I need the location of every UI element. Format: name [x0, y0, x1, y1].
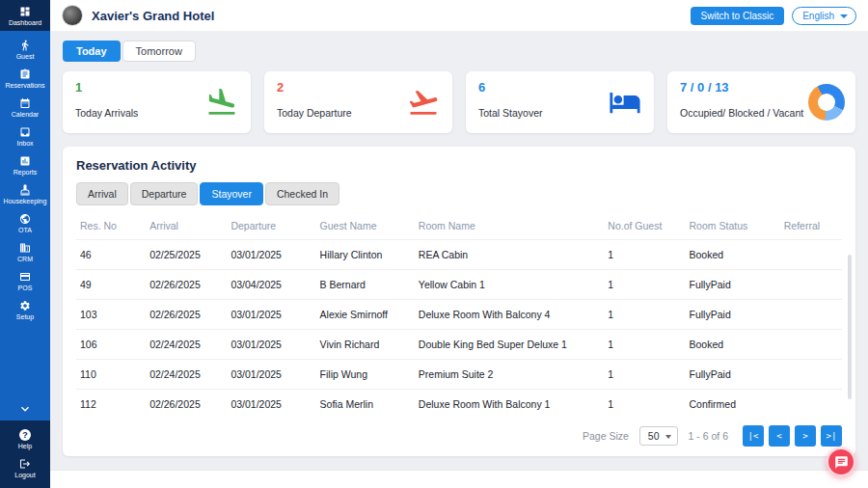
page-size-label: Page Size [583, 430, 629, 442]
logout-icon [19, 458, 31, 470]
switch-to-classic-button[interactable]: Switch to Classic [691, 7, 785, 25]
sidebar-item-dashboard[interactable]: Dashboard [0, 0, 50, 31]
table-row: 46 02/25/2025 03/01/2025 Hillary Clinton… [76, 240, 842, 270]
sidebar-item-logout[interactable]: Logout [0, 453, 50, 482]
help-icon: ? [19, 429, 31, 441]
top-header: Xavier's Grand Hotel Switch to Classic E… [50, 0, 868, 32]
sidebar-item-guest[interactable]: Guest [0, 35, 50, 64]
col-arrival: Arrival [146, 213, 227, 240]
calendar-icon [19, 97, 31, 109]
col-referral: Referral [780, 213, 842, 240]
cell-departure: 03/04/2025 [227, 270, 315, 300]
cell-res-no: 49 [76, 270, 146, 300]
cell-arrival: 02/24/2025 [146, 360, 227, 390]
cell-room-status: FullyPaid [686, 270, 780, 300]
table-header-row: Res. No Arrival Departure Guest Name Roo… [76, 213, 842, 240]
page-size-value: 50 [648, 430, 660, 442]
sidebar: Dashboard Guest Reservations Calendar In… [0, 0, 50, 488]
ota-icon [19, 213, 31, 225]
next-page-button[interactable]: > [795, 425, 816, 447]
tab-arrival[interactable]: Arrival [76, 182, 128, 205]
sidebar-item-reservations[interactable]: Reservations [0, 64, 50, 93]
tab-stayover[interactable]: Stayover [200, 182, 262, 205]
sidebar-item-label: OTA [18, 227, 32, 233]
cell-room-name: Premium Suite 2 [415, 360, 604, 390]
cell-guest-name: Hillary Clinton [316, 240, 415, 270]
bed-icon [609, 86, 641, 119]
cell-guest-name: Vivin Richard [316, 330, 415, 360]
hotel-logo [62, 5, 83, 26]
stat-card-occupancy: 7 / 0 / 13 Occupied/ Blocked / Vacant [667, 71, 855, 133]
cell-departure: 03/01/2025 [227, 240, 315, 270]
cell-arrival: 02/26/2025 [146, 300, 227, 330]
cell-room-status: Confirmed [686, 390, 780, 420]
table-scrollbar[interactable] [848, 255, 852, 399]
cell-room-status: FullyPaid [686, 300, 780, 330]
sidebar-collapse-button[interactable] [0, 397, 50, 420]
sidebar-item-inbox[interactable]: Inbox [0, 122, 50, 150]
page-size-select[interactable]: 50 [639, 426, 678, 446]
cell-guest-name: B Bernard [316, 270, 415, 300]
chat-fab-button[interactable] [827, 447, 855, 476]
chat-icon [834, 455, 849, 470]
sidebar-nav: Guest Reservations Calendar Inbox Report… [0, 35, 50, 324]
cell-guest-name: Sofia Merlin [316, 390, 415, 420]
sidebar-item-label: Help [18, 443, 32, 449]
sidebar-item-label: Guest [16, 53, 35, 60]
cell-guest-name: Filip Wung [316, 360, 415, 390]
sidebar-item-label: CRM [17, 256, 33, 262]
col-res-no: Res. No [76, 213, 146, 240]
sidebar-item-label: Reservations [6, 82, 45, 89]
tab-checked-in[interactable]: Checked In [265, 182, 339, 205]
table-row: 112 02/26/2025 03/01/2025 Sofia Merlin D… [76, 390, 842, 420]
first-page-button[interactable]: |< [743, 425, 764, 447]
cell-departure: 03/01/2025 [227, 300, 315, 330]
stat-card-stayover: 6 Total Stayover [466, 71, 654, 133]
sidebar-item-housekeeping[interactable]: Housekeeping [0, 179, 50, 208]
tab-tomorrow[interactable]: Tomorrow [122, 41, 196, 62]
col-room-name: Room Name [415, 213, 604, 240]
sidebar-item-setup[interactable]: Setup [0, 295, 50, 324]
sidebar-item-label: Calendar [12, 111, 39, 118]
panel-title: Reservation Activity [76, 158, 842, 173]
cell-room-name: Yellow Cabin 1 [415, 270, 604, 300]
cell-arrival: 02/26/2025 [146, 270, 227, 300]
cell-referral [780, 270, 842, 300]
language-select[interactable]: English [792, 7, 856, 25]
sidebar-footer: ? Help Logout [0, 420, 50, 488]
tab-today[interactable]: Today [63, 41, 121, 62]
cell-room-name: Deluxe Room With Balcony 1 [415, 390, 604, 420]
cell-no-of-guest: 1 [604, 240, 685, 270]
table-row: 110 02/24/2025 03/01/2025 Filip Wung Pre… [76, 360, 842, 390]
cell-departure: 03/01/2025 [227, 390, 315, 420]
sidebar-item-label: Setup [16, 313, 34, 320]
last-page-button[interactable]: >| [821, 425, 842, 447]
flight-takeoff-icon [407, 86, 440, 119]
cell-res-no: 110 [76, 360, 146, 390]
cell-arrival: 02/24/2025 [146, 330, 227, 360]
pagination-range: 1 - 6 of 6 [689, 430, 728, 442]
sidebar-spacer [0, 324, 50, 397]
footer-strip [50, 470, 868, 488]
table-row: 103 02/26/2025 03/01/2025 Alexie Smirnof… [76, 300, 842, 330]
cell-referral [780, 240, 842, 270]
sidebar-item-label: Inbox [16, 140, 33, 147]
col-no-of-guest: No.of Guest [604, 213, 685, 240]
table-row: 106 02/24/2025 03/01/2025 Vivin Richard … [76, 330, 842, 360]
cell-no-of-guest: 1 [604, 300, 685, 330]
cell-departure: 03/01/2025 [227, 330, 315, 360]
sidebar-item-reports[interactable]: Reports [0, 150, 50, 179]
reservation-table: Res. No Arrival Departure Guest Name Roo… [76, 213, 842, 419]
table-row: 49 02/26/2025 03/04/2025 B Bernard Yello… [76, 270, 842, 300]
sidebar-item-ota[interactable]: OTA [0, 208, 50, 237]
reservation-activity-panel: Reservation Activity Arrival Departure S… [63, 147, 855, 456]
sidebar-item-calendar[interactable]: Calendar [0, 93, 50, 122]
sidebar-item-help[interactable]: ? Help [0, 424, 50, 453]
sidebar-item-pos[interactable]: POS [0, 266, 50, 295]
previous-page-button[interactable]: < [769, 425, 790, 447]
sidebar-item-label: Dashboard [9, 19, 41, 26]
tab-departure[interactable]: Departure [130, 182, 199, 205]
sidebar-item-crm[interactable]: CRM [0, 237, 50, 266]
pos-icon [19, 271, 31, 283]
pagination-controls: |< < > >| [743, 425, 842, 447]
